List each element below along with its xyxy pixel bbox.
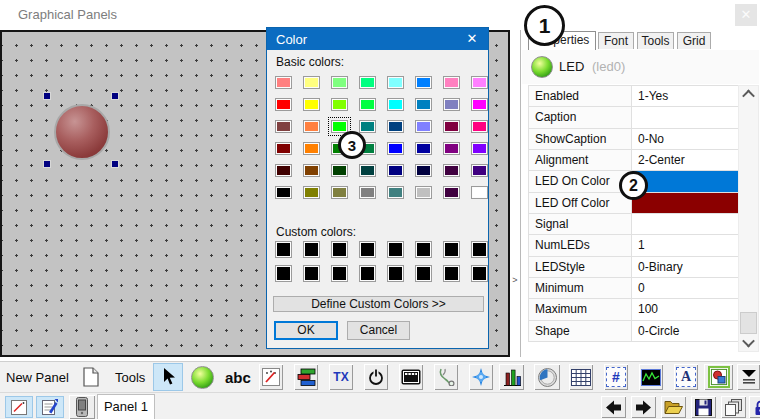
color-swatch[interactable] (387, 98, 404, 111)
color-swatch[interactable] (443, 164, 460, 177)
selection-handle[interactable] (43, 160, 51, 168)
stacked-bars-tool-button[interactable] (294, 364, 318, 390)
color-swatch[interactable] (331, 98, 348, 111)
color-swatch[interactable] (275, 98, 292, 111)
cancel-button[interactable]: Cancel (347, 321, 410, 340)
back-button[interactable] (601, 396, 626, 418)
property-value[interactable]: 2-Center (632, 150, 738, 170)
color-swatch[interactable] (359, 186, 376, 199)
property-row[interactable]: Maximum100 (529, 299, 738, 320)
dialog-title-bar[interactable]: Color ✕ (267, 28, 488, 50)
property-row[interactable]: NumLEDs1 (529, 235, 738, 256)
property-value[interactable] (632, 107, 738, 127)
property-color-value[interactable] (632, 193, 738, 213)
new-panel-menu[interactable]: New Panel (6, 370, 69, 385)
abc-label-tool[interactable]: abc (225, 369, 251, 386)
scope-tool-button[interactable] (639, 364, 663, 390)
custom-color-swatch[interactable] (303, 241, 320, 258)
color-swatch[interactable] (415, 186, 432, 199)
lock-button[interactable] (749, 396, 760, 418)
color-swatch[interactable] (303, 186, 320, 199)
tools-menu[interactable]: Tools (115, 370, 145, 385)
color-swatch[interactable] (387, 186, 404, 199)
define-custom-colors-button[interactable]: Define Custom Colors >> (273, 296, 484, 312)
color-swatch[interactable] (275, 142, 292, 155)
color-swatch[interactable] (443, 186, 460, 199)
color-swatch[interactable] (275, 164, 292, 177)
color-swatch[interactable] (331, 164, 348, 177)
custom-color-swatch[interactable] (359, 241, 376, 258)
custom-color-swatch[interactable] (471, 241, 488, 258)
color-swatch[interactable] (275, 120, 292, 133)
color-swatch[interactable] (303, 120, 320, 133)
custom-color-swatch[interactable] (471, 265, 488, 282)
color-swatch[interactable] (471, 142, 488, 155)
custom-color-swatch[interactable] (275, 241, 292, 258)
gauge-tool-button[interactable] (259, 364, 283, 390)
color-swatch[interactable] (275, 186, 292, 199)
selection-handle[interactable] (111, 160, 119, 168)
bar-chart-tool-button[interactable] (499, 364, 524, 390)
property-value[interactable]: 1 (632, 235, 738, 255)
custom-color-swatch[interactable] (387, 265, 404, 282)
custom-color-swatch[interactable] (443, 265, 460, 282)
new-document-button[interactable] (78, 364, 104, 390)
selection-handle[interactable] (111, 92, 119, 100)
label-tool-button[interactable]: A (674, 364, 698, 390)
shapes-tool-button[interactable] (704, 364, 733, 390)
property-value[interactable]: 0-Binary (632, 257, 738, 277)
color-swatch[interactable] (303, 76, 320, 89)
color-swatch[interactable] (443, 98, 460, 111)
pointer-tool-button[interactable] (153, 363, 183, 391)
color-swatch[interactable] (415, 98, 432, 111)
color-swatch[interactable] (303, 142, 320, 155)
color-swatch[interactable] (387, 76, 404, 89)
custom-color-swatch[interactable] (415, 265, 432, 282)
property-value[interactable]: 100 (632, 299, 738, 319)
color-swatch[interactable] (275, 76, 292, 89)
scroll-down-button[interactable] (739, 334, 758, 351)
forward-button[interactable] (631, 396, 656, 418)
properties-view-button[interactable] (36, 396, 64, 418)
custom-color-swatch[interactable] (275, 265, 292, 282)
property-row[interactable]: Enabled1-Yes (529, 86, 738, 107)
property-row[interactable]: Alignment2-Center (529, 150, 738, 171)
display-tool-button[interactable] (399, 364, 423, 390)
property-row[interactable]: Shape0-Circle (529, 321, 738, 342)
custom-color-swatch[interactable] (415, 241, 432, 258)
color-swatch[interactable] (443, 76, 460, 89)
color-swatch[interactable] (359, 120, 376, 133)
scroll-up-button[interactable] (739, 86, 758, 103)
color-swatch[interactable] (331, 76, 348, 89)
save-button[interactable] (691, 396, 716, 418)
property-color-value[interactable] (632, 171, 738, 191)
property-value[interactable]: 0-No (632, 129, 738, 149)
copy-pages-button[interactable] (721, 396, 746, 418)
panel-collapse-button[interactable]: > (510, 272, 520, 288)
color-swatch[interactable] (415, 76, 432, 89)
scroll-thumb[interactable] (740, 312, 757, 334)
color-swatch-selected[interactable] (331, 120, 348, 133)
star-tool-button[interactable] (469, 364, 493, 390)
pie-meter-tool-button[interactable] (534, 364, 560, 390)
scrollbar[interactable] (738, 85, 759, 352)
custom-color-swatch[interactable] (331, 241, 348, 258)
panel-tab[interactable]: Panel 1 (97, 394, 155, 419)
device-view-button[interactable] (69, 395, 95, 419)
window-close-icon[interactable]: ✕ (735, 4, 757, 26)
color-swatch[interactable] (415, 142, 432, 155)
property-row[interactable]: LEDStyle0-Binary (529, 257, 738, 278)
color-swatch[interactable] (443, 142, 460, 155)
color-swatch[interactable] (471, 98, 488, 111)
property-row[interactable]: ShowCaption0-No (529, 129, 738, 150)
open-button[interactable] (661, 396, 686, 418)
table-tool-button[interactable] (569, 364, 593, 390)
color-swatch[interactable] (303, 98, 320, 111)
color-swatch[interactable] (471, 76, 488, 89)
color-swatch[interactable] (331, 186, 348, 199)
property-row[interactable]: Caption (529, 107, 738, 128)
color-swatch[interactable] (471, 164, 488, 177)
custom-color-swatch[interactable] (331, 265, 348, 282)
property-value[interactable]: 0 (632, 278, 738, 298)
color-swatch[interactable] (303, 164, 320, 177)
